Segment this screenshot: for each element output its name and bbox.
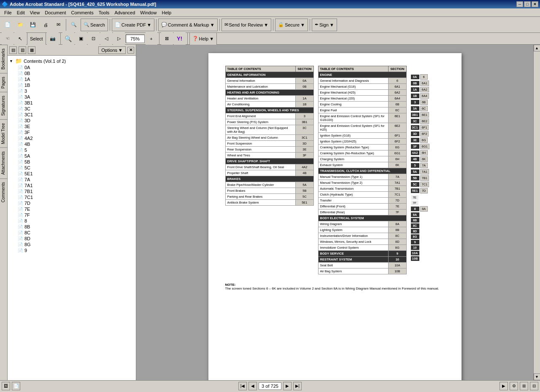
bookmark-item-8d[interactable]: 📄 8D [16,236,136,242]
select-button[interactable]: Select [27,32,46,45]
find-button[interactable]: 🔍 [68,19,80,31]
yahoo-button[interactable]: Y! [174,32,186,45]
zoom-input[interactable] [126,35,145,43]
bookmark-item-7b1[interactable]: 📄 7B1 [16,188,136,194]
bookmark-item-1b[interactable]: 📄 1B [16,82,136,88]
bookmark-item-3c[interactable]: 📄 3C [16,106,136,112]
bookmark-item-7a[interactable]: 📄 7A [16,177,136,183]
bookmark-item-3e[interactable]: 📄 3E [16,124,136,129]
sidebar-options-button[interactable]: Options ▼ [98,46,126,54]
save-button[interactable]: 💾 [27,19,39,31]
bookmark-item-8g[interactable]: 📄 8G [16,242,136,247]
menu-window[interactable]: Window [138,9,159,16]
sidebar-btn3[interactable]: ▦ [28,46,35,54]
pages-tab[interactable]: Pages [0,73,7,92]
status-settings-icon[interactable]: ⚙ [510,382,518,390]
prev-page-button[interactable]: ◀ [248,382,257,390]
comment-markup-button[interactable]: 💬 Comment & Markup ▼ [158,19,218,31]
secure-button[interactable]: 🔒 Secure ▼ [275,19,308,31]
create-pdf-button[interactable]: 📄 Create PDF ▼ [112,19,154,31]
bookmark-item-3d[interactable]: 📄 3D [16,118,136,124]
bookmark-item-4a2[interactable]: 📄 4A2 [16,135,136,141]
bookmark-item-3c1[interactable]: 📄 3C1 [16,112,136,118]
bookmark-item-3b1[interactable]: 📄 3B1 [16,100,136,106]
help-button[interactable]: ❓ Help ▼ [189,32,217,45]
bookmark-item-3f[interactable]: 📄 3F [16,129,136,135]
bookmark-item-4b[interactable]: 📄 4B [16,141,136,147]
bookmark-item-0a[interactable]: 📄 0A [16,64,136,70]
signatures-tab[interactable]: Signatures [0,92,7,119]
bookmark-item-7e[interactable]: 📄 7E [16,206,136,212]
scroll-track[interactable] [534,51,540,373]
last-page-button[interactable]: ▶| [293,382,302,390]
bookmark-item-5a[interactable]: 📄 5A [16,153,136,159]
zoom-prev-button[interactable]: ◁ [100,32,112,45]
menu-tools[interactable]: Tools [96,9,112,16]
bookmark-item-5e1[interactable]: 📄 5E1 [16,171,136,177]
zoom-in-button[interactable]: + [146,32,157,45]
menu-document[interactable]: Document [42,9,68,16]
search-button[interactable]: 🔍 Search [81,19,108,31]
bookmark-item-1a[interactable]: 📄 1A [16,76,136,82]
scroll-down-button[interactable]: ▼ [534,373,540,380]
status-grid-icon[interactable]: ⊞ [520,382,528,390]
sign-button[interactable]: ✒ Sign ▼ [312,19,337,31]
new-button[interactable]: 📄 [2,19,14,31]
bookmark-item-5b[interactable]: 📄 5B [16,159,136,165]
bookmark-root[interactable]: ▼ 📁 Contents (Vol.1 of 2) [8,57,136,64]
model-tree-tab[interactable]: Model Tree [0,119,7,148]
menu-edit[interactable]: Edit [14,9,27,16]
select-tool[interactable]: ↖ [14,32,26,45]
status-icon-left1[interactable]: 🖼 [2,382,10,390]
email-button[interactable]: ✉ [52,19,64,31]
sidebar-close-button[interactable]: ✕ [127,47,134,54]
bookmark-item-7a1[interactable]: 📄 7A1 [16,183,136,188]
snapshot-tool[interactable]: 📷 [47,32,59,45]
bookmark-item-0b[interactable]: 📄 0B [16,70,136,76]
bookmark-item-8c[interactable]: 📄 8C [16,230,136,236]
print-button[interactable]: 🖨 [40,19,51,31]
first-page-button[interactable]: |◀ [238,382,247,390]
hand-tool[interactable]: ☜ [2,32,14,45]
bookmark-item-5[interactable]: 📄 5 [16,147,136,153]
sidebar-btn1[interactable]: ▤ [9,46,17,54]
next-page-button[interactable]: ▶ [283,382,292,390]
sidebar-toolbar: ▤ ▥ ▦ Options ▼ ✕ [8,45,136,56]
pdf-content-area[interactable]: TABLE OF CONTENTS SECTION GENERAL INFORM… [136,45,533,380]
zoom-out-button[interactable]: 🔍 [62,32,74,45]
menu-view[interactable]: View [27,9,43,16]
bookmark-item-9[interactable]: 📄 9 [16,247,136,253]
bookmark-item-7d[interactable]: 📄 7D [16,200,136,206]
sidebar-btn2[interactable]: ▥ [19,46,26,54]
attachments-tab[interactable]: Attachments [0,148,7,178]
bookmark-item-3a[interactable]: 📄 3A [16,94,136,100]
zoom-fit-button[interactable]: ▣ [75,32,87,45]
bookmark-item-7f[interactable]: 📄 7F [16,212,136,218]
bookmark-item-5c[interactable]: 📄 5C [16,165,136,171]
toc-right-table: TABLE OF CONTENTS SECTION ENGINE General… [318,66,407,274]
bookmark-item-7c1[interactable]: 📄 7C1 [16,194,136,200]
menu-comments[interactable]: Comments [69,9,96,16]
scroll-up-button[interactable]: ▲ [534,45,540,51]
status-play-icon[interactable]: ▶ [500,382,508,390]
minimize-button[interactable]: ─ [516,1,523,7]
status-layout-icon[interactable]: ⊟ [530,382,538,390]
bookmarks-tab[interactable]: Bookmarks [0,45,7,73]
status-icon-left2[interactable]: 📄 [12,382,20,390]
close-button[interactable]: ✕ [532,1,538,7]
open-button[interactable]: 📁 [14,19,26,31]
bookmark-item-8[interactable]: 📄 8 [16,218,136,224]
section-header-right: SECTION [389,66,406,72]
menu-file[interactable]: File [2,9,14,16]
menu-advanced[interactable]: Advanced [112,9,138,16]
fit-window-button[interactable]: ⊠ [161,32,173,45]
zoom-next-button[interactable]: ▷ [113,32,125,45]
zoom-page-button[interactable]: ⊡ [88,32,100,45]
send-review-button[interactable]: ✉ Send for Review ▼ [221,19,272,31]
comments-tab[interactable]: Comments [0,178,7,206]
menu-help[interactable]: Help [159,9,174,16]
bookmark-item-8b[interactable]: 📄 8B [16,224,136,230]
bookmark-item-3[interactable]: 📄 3 [16,88,136,94]
driveshaft-header: DRIVE SHAFT/PROP. SHAFT [225,158,313,164]
restore-button[interactable]: □ [524,1,531,7]
